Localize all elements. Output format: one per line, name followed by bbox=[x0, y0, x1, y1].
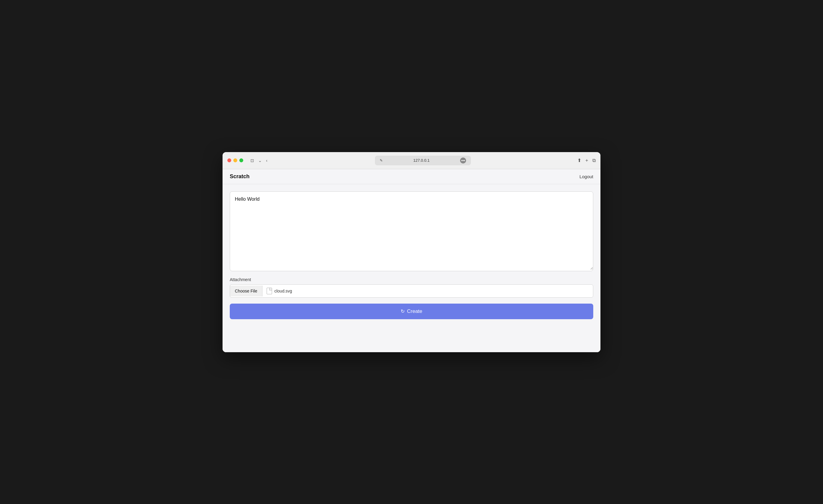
more-options-icon[interactable]: ••• bbox=[460, 158, 466, 164]
share-icon[interactable]: ⬆ bbox=[578, 158, 581, 163]
refresh-icon: ↻ bbox=[401, 308, 404, 314]
file-input-row: Choose File cloud.svg bbox=[230, 285, 593, 298]
note-textarea[interactable]: Hello World bbox=[230, 192, 593, 270]
app-title: Scratch bbox=[230, 173, 250, 180]
title-bar: ⊡ ⌄ ‹ ✎ 127.0.0.1 ••• ⬆ + ⧉ bbox=[222, 152, 601, 169]
new-tab-icon[interactable]: + bbox=[586, 158, 588, 163]
attachment-label: Attachment bbox=[230, 277, 593, 282]
file-name-text: cloud.svg bbox=[275, 289, 292, 293]
pencil-icon: ✎ bbox=[380, 158, 383, 163]
sidebar-toggle-controls: ⊡ ⌄ ‹ bbox=[249, 158, 269, 164]
traffic-lights bbox=[227, 158, 243, 162]
logout-button[interactable]: Logout bbox=[580, 174, 593, 179]
file-name-area: cloud.svg bbox=[263, 285, 296, 297]
sidebar-toggle-icon[interactable]: ⊡ bbox=[249, 158, 255, 164]
address-text: 127.0.0.1 bbox=[385, 158, 458, 163]
file-icon bbox=[267, 288, 272, 294]
choose-file-button[interactable]: Choose File bbox=[230, 286, 263, 296]
back-icon[interactable]: ‹ bbox=[265, 158, 269, 164]
attachment-section: Attachment Choose File cloud.svg bbox=[230, 277, 593, 298]
browser-window: ⊡ ⌄ ‹ ✎ 127.0.0.1 ••• ⬆ + ⧉ Scratch Logo… bbox=[222, 152, 601, 352]
create-label: Create bbox=[407, 308, 422, 314]
main-content: Hello World Attachment Choose File cloud… bbox=[222, 184, 601, 352]
chevron-down-icon[interactable]: ⌄ bbox=[257, 158, 263, 164]
app-content: Scratch Logout Hello World Attachment Ch… bbox=[222, 169, 601, 352]
address-bar-wrapper: ✎ 127.0.0.1 ••• bbox=[272, 156, 574, 165]
minimize-button[interactable] bbox=[233, 158, 237, 162]
title-bar-actions: ⬆ + ⧉ bbox=[578, 158, 596, 163]
tabs-icon[interactable]: ⧉ bbox=[592, 158, 596, 163]
nav-bar: Scratch Logout bbox=[222, 169, 601, 184]
maximize-button[interactable] bbox=[239, 158, 243, 162]
address-bar[interactable]: ✎ 127.0.0.1 ••• bbox=[375, 156, 471, 165]
close-button[interactable] bbox=[227, 158, 231, 162]
create-button[interactable]: ↻ Create bbox=[230, 304, 593, 319]
textarea-container: Hello World bbox=[230, 191, 593, 271]
